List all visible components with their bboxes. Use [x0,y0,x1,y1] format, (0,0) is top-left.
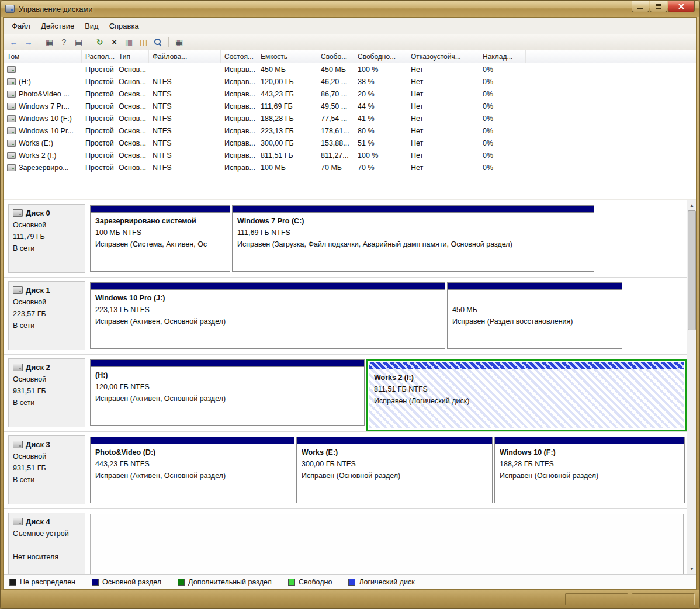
cell-status: Исправ... [221,149,257,161]
column-header-type[interactable]: Тип [115,50,149,63]
partition-color-stripe [91,283,445,290]
partition-system-reserved[interactable]: Зарезервировано системой100 МБ NTFSИспра… [90,205,230,272]
open-icon: ◫ [140,37,147,47]
menu-item-action[interactable]: Действие [36,19,79,33]
disk-label-3[interactable]: Диск 3Основной931,51 ГБВ сети [8,435,85,504]
disk-title: Диск 0 [13,209,81,217]
cell-free: 178,61... [317,124,354,137]
column-header-status[interactable]: Состоя... [221,50,257,63]
show-action-pane-button[interactable]: ▤ [72,36,85,49]
find-button[interactable] [151,36,165,49]
cell-type: Основ... [115,149,149,161]
properties-button[interactable]: ▥ [122,36,136,49]
disk-kind: Основной [13,451,81,462]
cell-status: Исправ... [221,112,257,124]
maximize-button[interactable] [650,1,667,12]
volume-name: Windows 10 Pr... [19,127,74,135]
menu-item-view[interactable]: Вид [79,19,104,33]
column-header-overhead[interactable]: Наклад... [479,50,526,63]
volume-row-windows10-f[interactable]: Windows 10 (F:)ПростойОснов...NTFSИсправ… [4,112,696,124]
cell-overhead: 0% [479,161,526,174]
volume-name: (H:) [19,78,31,86]
column-header-free[interactable]: Свобо... [317,50,354,63]
legend-swatch-primary-partition [92,579,99,586]
menu-item-file[interactable]: Файл [6,19,36,33]
app-icon [5,5,15,13]
vertical-scrollbar[interactable]: ▲ ▼ [687,200,696,574]
partitions: Зарезервировано системой100 МБ NTFSИспра… [90,204,594,277]
disk-label-2[interactable]: Диск 2Основной931,51 ГБВ сети [8,358,85,427]
partition-recovery-450mb[interactable]: 450 МБИсправен (Раздел восстановления) [447,282,622,349]
close-button[interactable] [668,1,695,12]
partition-works2-i[interactable]: Works 2 (I:)811,51 ГБ NTFSИсправен (Логи… [369,362,684,428]
partition-windows10-pro-j[interactable]: Windows 10 Pro (J:)223,13 ГБ NTFSИсправе… [90,282,445,349]
cell-fault_tolerance: Нет [407,124,479,137]
legend-item-free: Свободно [288,578,332,586]
disk-status: В сети [13,397,81,409]
column-header-filler [526,50,696,63]
column-header-fault_tolerance[interactable]: Отказоустойч... [407,50,479,63]
scroll-up-button[interactable]: ▲ [687,200,696,210]
volume-row-works-e[interactable]: Works (E:)ПростойОснов...NTFSИсправ...30… [4,137,696,149]
cell-fs: NTFS [149,88,221,100]
forward-button[interactable]: → [22,36,35,49]
volume-row-h-drive[interactable]: (H:)ПростойОснов...NTFSИсправ...120,00 Г… [4,75,696,88]
volume-name: Windows 10 (F:) [19,115,72,123]
partition-name [452,292,617,304]
volume-icon [7,78,16,85]
column-header-free_pct[interactable]: Свободно... [354,50,407,63]
disk-label-0[interactable]: Диск 0Основной111,79 ГБВ сети [8,204,85,273]
cell-type: Основ... [115,112,149,124]
help-button[interactable]: ? [57,36,71,49]
minimize-icon [637,8,643,9]
cell-capacity: 188,28 ГБ [257,112,317,124]
window-bottom-frame [1,590,699,608]
partition-h-drive[interactable]: (H:)120,00 ГБ NTFSИсправен (Активен, Осн… [90,359,365,426]
disk-status: В сети [13,243,81,254]
partition-no-media[interactable] [90,514,684,574]
delete-button[interactable]: × [108,36,121,49]
volume-name: Windows 7 Pr... [19,102,70,110]
column-header-capacity[interactable]: Емкость [257,50,317,63]
partition-windows7-pro-c[interactable]: Windows 7 Pro (C:)111,69 ГБ NTFSИсправен… [232,205,594,272]
legend-label: Логический диск [359,578,414,586]
volume-name: Works 2 (I:) [19,151,56,160]
menu-item-help[interactable]: Справка [104,19,144,33]
volume-table-body: ПростойОснов...Исправ...450 МБ450 МБ100 … [4,63,696,174]
scrollbar-thumb[interactable] [688,210,696,330]
column-header-fs[interactable]: Файлова... [149,50,221,63]
cell-capacity: 223,13 ГБ [257,124,317,137]
column-header-layout[interactable]: Распол... [82,50,115,63]
cell-fs: NTFS [149,124,221,137]
disk-size: 931,51 ГБ [13,385,81,397]
partition-windows10-f[interactable]: Windows 10 (F:)188,28 ГБ NTFSИсправен (О… [494,437,685,503]
open-button[interactable]: ◫ [137,36,150,49]
legend-label: Свободно [299,578,332,586]
scroll-down-button[interactable]: ▼ [687,564,696,574]
disk-title: Диск 3 [13,440,81,449]
show-console-tree-button[interactable]: ▦ [43,36,56,49]
volume-row-system-reserved[interactable]: Зарезервиро...ПростойОснов...NTFSИсправ.… [4,161,696,174]
cell-free_pct: 80 % [354,124,407,137]
title-bar[interactable]: Управление дисками [1,1,699,17]
cell-fault_tolerance: Нет [407,88,479,100]
disk-label-4[interactable]: Диск 4Съемное устройНет носителя [8,513,85,574]
column-header-volume[interactable]: Том [4,50,82,63]
minimize-button[interactable] [632,1,649,12]
volume-row-windows7-pro[interactable]: Windows 7 Pr...ПростойОснов...NTFSИсправ… [4,100,696,112]
volume-row-works2-i[interactable]: Works 2 (I:)ПростойОснов...NTFSИсправ...… [4,149,696,161]
help-topics-button[interactable]: ▦ [172,36,186,49]
refresh-button[interactable]: ↻ [93,36,106,49]
back-button[interactable]: ← [7,36,20,49]
cell-volume: Windows 10 Pr... [4,124,82,137]
partition-photo-video-d[interactable]: Photo&Video (D:)443,23 ГБ NTFSИсправен (… [90,437,294,503]
volume-row-photo-video[interactable]: Photo&Video ...ПростойОснов...NTFSИсправ… [4,88,696,100]
partition-works-e[interactable]: Works (E:)300,00 ГБ NTFSИсправен (Основн… [296,437,493,503]
volume-row-recovery-450mb[interactable]: ПростойОснов...Исправ...450 МБ450 МБ100 … [4,63,696,75]
disk-label-1[interactable]: Диск 1Основной223,57 ГБВ сети [8,281,85,350]
disk-title: Диск 2 [13,363,81,372]
volume-row-windows10-pro[interactable]: Windows 10 Pr...ПростойОснов...NTFSИспра… [4,124,696,137]
cell-free: 153,88... [317,137,354,149]
partition-name: Зарезервировано системой [95,215,225,227]
cell-layout: Простой [82,124,115,137]
